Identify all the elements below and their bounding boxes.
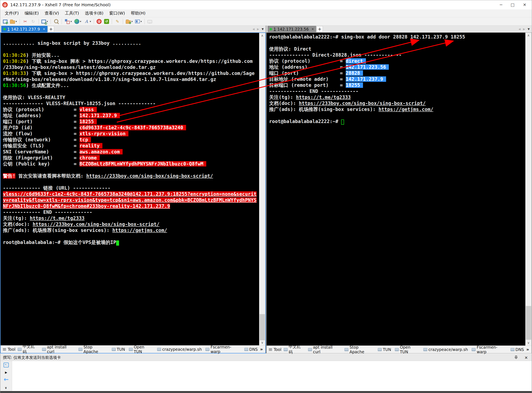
- send-target-terminal-icon[interactable]: >.: [4, 363, 9, 367]
- xftp-icon[interactable]: [103, 18, 110, 25]
- open-session-folder-icon[interactable]: ▾: [9, 18, 18, 25]
- quickbar-menu-label[interactable]: Tool: [274, 347, 281, 352]
- tab-142.171.237.9[interactable]: 1 142.171.237.9 ✕: [1, 26, 48, 32]
- quickbar-button-4[interactable]: Open TUN: [127, 345, 155, 354]
- terminal-line: 用户ID (id)= c6d9633f-c1e2-4c9c-843f-76657…: [3, 125, 259, 131]
- menu-item-1[interactable]: 编辑(E): [22, 10, 42, 16]
- tab-scroll-right-icon[interactable]: ▶: [523, 28, 525, 31]
- session-properties-icon[interactable]: ▾: [40, 18, 49, 25]
- scroll-down-icon[interactable]: ∨: [527, 341, 530, 345]
- menu-item-2[interactable]: 查看(V): [42, 10, 62, 16]
- find-icon[interactable]: [53, 18, 60, 25]
- close-button[interactable]: ✕: [523, 2, 526, 7]
- quickbar-button-3[interactable]: TUN: [376, 347, 393, 352]
- maximize-button[interactable]: □: [511, 2, 514, 7]
- terminal-text: 01:30:26: [3, 52, 26, 58]
- terminal-line: 警告! 首次安装请查看脚本帮助文档: https://233boy.com/si…: [3, 173, 259, 179]
- pin-icon[interactable]: [514, 355, 518, 360]
- terminal-link[interactable]: vless://c6d9633f-c1e2-4c9c-843f-7665738a…: [3, 191, 257, 197]
- menu-item-6[interactable]: 帮助(H): [128, 10, 148, 16]
- terminal-link[interactable]: NFrJNbIlbuzc0-Q8fwM&fp=chrome#233boy-rea…: [3, 203, 170, 209]
- terminal-text: 01:30:26: [3, 59, 26, 64]
- terminal-link[interactable]: https://233boy.com/sing-box/sing-box-scr…: [33, 221, 159, 227]
- terminal-text: ) 下载 sing-box 脚本 > https://ghproxy.crazy…: [26, 59, 253, 64]
- collapse-panel-icon[interactable]: »: [4, 387, 8, 389]
- web-browser-icon: [74, 19, 79, 24]
- tab-142.171.223.56[interactable]: 1 142.171.223.56 ✕: [268, 26, 316, 32]
- menu-item-5[interactable]: 窗口(W): [106, 10, 128, 16]
- tab-close-icon[interactable]: ✕: [311, 27, 314, 31]
- scrollbar-thumb[interactable]: [526, 306, 531, 340]
- right-tabbar: 1 142.171.223.56 ✕ + ◀ ▶ ▼: [266, 26, 532, 32]
- main-area: 1 142.171.237.9 ✕ + ◀ ▶ ▼ ........... si…: [0, 26, 532, 354]
- scrollbar-thumb[interactable]: [259, 314, 265, 340]
- quickbar-button-3[interactable]: TUN: [110, 347, 127, 352]
- quickbar-menu-icon[interactable]: ≡: [268, 347, 273, 352]
- terminal-link[interactable]: https://233boy.com/sing-box/sing-box-scr…: [299, 101, 426, 106]
- transfer-icon[interactable]: ▾: [63, 18, 73, 25]
- minimize-button[interactable]: ─: [500, 2, 502, 7]
- compose-pen-icon[interactable]: ✎: [114, 18, 121, 25]
- quickbar-button-5[interactable]: crazypeace/warp.sh: [422, 347, 469, 352]
- terminal-link[interactable]: https://getjms.com/: [379, 107, 433, 112]
- disconnect-icon[interactable]: ✂: [21, 18, 29, 25]
- quickbar-button-4[interactable]: Open TUN: [393, 345, 421, 354]
- terminal-text: =: [340, 76, 346, 82]
- scroll-down-icon[interactable]: ∨: [261, 341, 264, 344]
- font-icon[interactable]: A▾: [83, 18, 92, 25]
- quickbar-button-1[interactable]: apt install curl: [307, 345, 342, 354]
- new-session-icon[interactable]: [2, 18, 9, 25]
- menu-item-4[interactable]: 选项卡(B): [82, 10, 106, 16]
- quickbar-button-0[interactable]: 中文乱码: [16, 344, 40, 355]
- terminal-link[interactable]: https://getjms.com/: [112, 227, 167, 233]
- tab-scroll-left-icon[interactable]: ◀: [518, 28, 521, 31]
- new-file-icon[interactable]: ▾: [125, 18, 134, 25]
- quickbar-button-0[interactable]: 中文乱码: [282, 344, 306, 355]
- terminal-link[interactable]: https://233boy.com/sing-box/sing-box-scr…: [86, 173, 213, 179]
- quickbar-button-1[interactable]: apt install curl: [41, 345, 76, 354]
- quickbar-button-label: TUN: [117, 347, 125, 352]
- web-browser-icon[interactable]: ▾: [73, 18, 82, 25]
- right-scrollbar[interactable]: ∧ ∨: [525, 33, 532, 345]
- quickbar-button-6[interactable]: Fscarmen-warp: [470, 345, 508, 354]
- terminal-link[interactable]: https://t.me/tg2333: [30, 216, 84, 221]
- terminal-link[interactable]: y=reality&flow=xtls-rprx-vision&type=tcp…: [3, 197, 257, 203]
- tile-windows-icon[interactable]: ▾: [134, 18, 143, 25]
- tab-menu-icon[interactable]: ▼: [528, 28, 530, 31]
- terminal-link[interactable]: https://t.me/tg2333: [296, 94, 351, 100]
- quickbar-button-6[interactable]: Fscarmen-warp: [204, 345, 242, 354]
- send-button-icon[interactable]: ▶: [5, 371, 7, 374]
- new-tab-button[interactable]: +: [48, 26, 54, 32]
- history-back-icon[interactable]: ←: [4, 377, 9, 382]
- terminal-output-right[interactable]: root@balabalabala2222:~# sing-box add do…: [267, 33, 525, 345]
- quickbar-overflow-button[interactable]: »: [526, 347, 530, 352]
- compose-close-icon[interactable]: ✕: [524, 355, 528, 360]
- new-tab-button[interactable]: +: [317, 26, 323, 32]
- quickbar-menu-icon[interactable]: ≡: [2, 346, 6, 352]
- quickbar-menu-label[interactable]: Tool: [8, 347, 15, 352]
- scroll-up-icon[interactable]: ∧: [527, 34, 530, 37]
- quickbar-button-2[interactable]: Stop Apache: [77, 345, 109, 354]
- xshell-logo-icon[interactable]: [96, 18, 102, 25]
- menu-item-3[interactable]: 工具(T): [62, 10, 82, 16]
- tab-close-icon[interactable]: ✕: [43, 27, 45, 31]
- tab-scroll-right-icon[interactable]: ▶: [257, 28, 259, 31]
- compose-input[interactable]: [12, 361, 532, 391]
- quickbar-overflow-button[interactable]: »: [260, 347, 264, 352]
- scroll-up-icon[interactable]: ∧: [261, 34, 264, 38]
- menu-item-0[interactable]: 文件(F): [2, 10, 22, 16]
- terminal-line: [3, 167, 259, 173]
- left-scrollbar[interactable]: ∧ ∨: [259, 33, 265, 345]
- terminal-text: ) 生成配置文件...: [26, 83, 69, 88]
- tab-menu-icon[interactable]: ▼: [262, 28, 264, 31]
- terminal-line: 流控 (flow)= xtls-rprx-vision: [3, 131, 259, 137]
- tab-scroll-left-icon[interactable]: ◀: [253, 28, 254, 31]
- terminal-output-left[interactable]: ........... sing-box script by 233boy ..…: [1, 33, 259, 345]
- terminal-line: root@balabalabala2222:~#: [269, 118, 525, 125]
- quickbar-button-7[interactable]: DNS: [243, 347, 259, 352]
- terminal-line: -------------- Direct-28828.json -------…: [269, 52, 525, 58]
- quickbar-button-5[interactable]: crazypeace/warp.sh: [156, 347, 203, 352]
- quickbar-button-7[interactable]: DNS: [509, 347, 526, 352]
- quickbar-button-2[interactable]: Stop Apache: [343, 345, 376, 354]
- toolbar-separator: [20, 19, 20, 24]
